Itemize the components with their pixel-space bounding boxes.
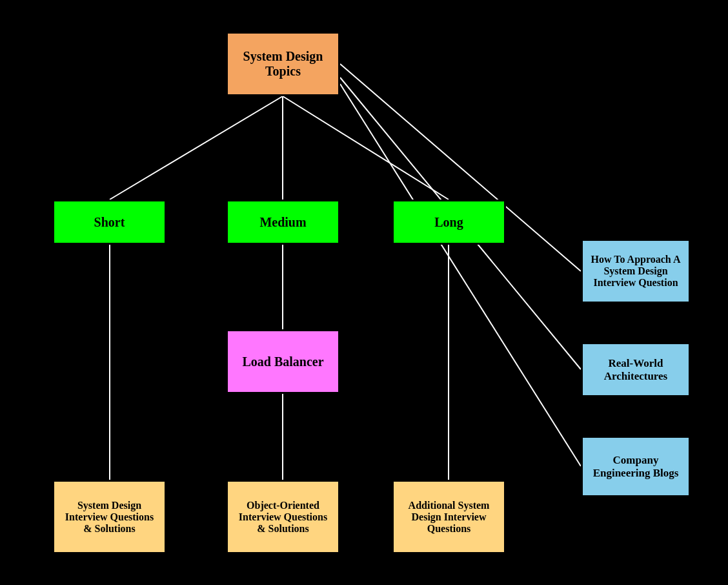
medium-node: Medium [226,200,340,245]
load-balancer-node: Load Balancer [226,329,340,394]
real-world-architectures-node: Real-World Architectures [581,342,691,397]
sd-interview-questions-node: System Design Interview Questions & Solu… [52,480,167,554]
additional-sd-questions-node: Additional System Design Interview Quest… [392,480,506,554]
svg-line-6 [340,84,581,466]
short-node: Short [52,200,167,245]
system-design-topics-node: System Design Topics [226,32,340,96]
how-to-approach-node: How To Approach A System Design Intervie… [581,239,691,303]
svg-line-0 [110,96,283,200]
oo-interview-questions-node: Object-Oriented Interview Questions & So… [226,480,340,554]
long-node: Long [392,200,506,245]
company-engineering-blogs-node: Company Engineering Blogs [581,436,691,497]
svg-line-2 [283,96,449,200]
